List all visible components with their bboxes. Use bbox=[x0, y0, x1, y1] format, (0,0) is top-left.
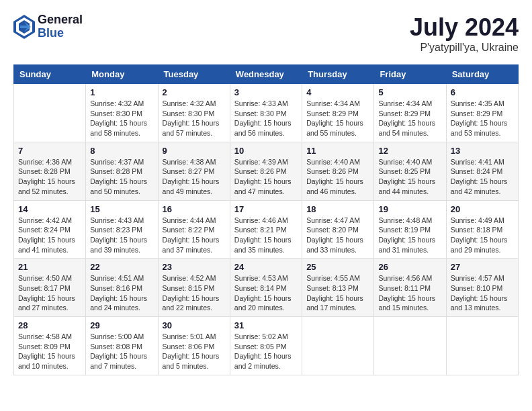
logo-blue: Blue bbox=[38, 27, 83, 40]
calendar-cell: 7Sunrise: 4:36 AM Sunset: 8:28 PM Daylig… bbox=[14, 142, 86, 200]
day-number: 29 bbox=[90, 320, 153, 330]
day-info: Sunrise: 4:42 AM Sunset: 8:24 PM Dayligh… bbox=[18, 216, 81, 255]
day-number: 5 bbox=[378, 87, 441, 97]
day-info: Sunrise: 4:34 AM Sunset: 8:29 PM Dayligh… bbox=[378, 99, 441, 138]
day-info: Sunrise: 4:36 AM Sunset: 8:28 PM Dayligh… bbox=[18, 157, 81, 197]
calendar-cell: 13Sunrise: 4:41 AM Sunset: 8:24 PM Dayli… bbox=[446, 142, 518, 200]
calendar-cell: 11Sunrise: 4:40 AM Sunset: 8:26 PM Dayli… bbox=[302, 142, 374, 200]
calendar-cell: 28Sunrise: 4:58 AM Sunset: 8:09 PM Dayli… bbox=[14, 317, 86, 375]
day-info: Sunrise: 4:34 AM Sunset: 8:29 PM Dayligh… bbox=[306, 99, 369, 138]
day-info: Sunrise: 5:00 AM Sunset: 8:08 PM Dayligh… bbox=[90, 332, 153, 371]
calendar-header-monday: Monday bbox=[86, 65, 158, 84]
day-info: Sunrise: 4:32 AM Sunset: 8:30 PM Dayligh… bbox=[90, 99, 153, 138]
day-number: 12 bbox=[378, 146, 441, 156]
calendar-cell: 26Sunrise: 4:56 AM Sunset: 8:11 PM Dayli… bbox=[374, 259, 446, 317]
day-info: Sunrise: 4:40 AM Sunset: 8:25 PM Dayligh… bbox=[378, 157, 441, 197]
day-info: Sunrise: 4:49 AM Sunset: 8:18 PM Dayligh… bbox=[451, 216, 514, 255]
calendar-cell: 17Sunrise: 4:46 AM Sunset: 8:21 PM Dayli… bbox=[230, 200, 302, 259]
day-number: 9 bbox=[163, 146, 226, 156]
day-info: Sunrise: 4:53 AM Sunset: 8:14 PM Dayligh… bbox=[234, 273, 298, 313]
calendar-cell: 23Sunrise: 4:52 AM Sunset: 8:15 PM Dayli… bbox=[158, 259, 230, 317]
calendar-header-friday: Friday bbox=[374, 65, 446, 84]
day-number: 21 bbox=[18, 262, 81, 272]
calendar-week-row: 7Sunrise: 4:36 AM Sunset: 8:28 PM Daylig… bbox=[14, 142, 519, 200]
calendar-header-wednesday: Wednesday bbox=[230, 65, 302, 84]
calendar-header-thursday: Thursday bbox=[302, 65, 374, 84]
subtitle: P'yatypill'ya, Ukraine bbox=[410, 42, 519, 54]
calendar-header-row: SundayMondayTuesdayWednesdayThursdayFrid… bbox=[14, 65, 519, 84]
calendar-cell: 14Sunrise: 4:42 AM Sunset: 8:24 PM Dayli… bbox=[14, 200, 86, 259]
day-number: 8 bbox=[90, 146, 153, 156]
calendar-cell: 22Sunrise: 4:51 AM Sunset: 8:16 PM Dayli… bbox=[86, 259, 158, 317]
day-info: Sunrise: 4:33 AM Sunset: 8:30 PM Dayligh… bbox=[234, 99, 298, 138]
day-info: Sunrise: 4:32 AM Sunset: 8:30 PM Dayligh… bbox=[163, 99, 226, 138]
day-number: 6 bbox=[451, 87, 514, 97]
calendar-header-saturday: Saturday bbox=[446, 65, 518, 84]
calendar-cell: 31Sunrise: 5:02 AM Sunset: 8:05 PM Dayli… bbox=[230, 317, 302, 375]
day-number: 23 bbox=[163, 262, 226, 272]
main-title: July 2024 bbox=[410, 13, 519, 42]
day-info: Sunrise: 4:39 AM Sunset: 8:26 PM Dayligh… bbox=[234, 157, 298, 197]
calendar-table: SundayMondayTuesdayWednesdayThursdayFrid… bbox=[13, 64, 519, 375]
day-number: 19 bbox=[378, 204, 441, 214]
day-info: Sunrise: 4:43 AM Sunset: 8:23 PM Dayligh… bbox=[90, 216, 153, 255]
day-number: 26 bbox=[378, 262, 441, 272]
calendar-cell: 21Sunrise: 4:50 AM Sunset: 8:17 PM Dayli… bbox=[14, 259, 86, 317]
day-number: 31 bbox=[234, 320, 298, 330]
calendar-week-row: 21Sunrise: 4:50 AM Sunset: 8:17 PM Dayli… bbox=[14, 259, 519, 317]
day-number: 24 bbox=[234, 262, 298, 272]
calendar-cell: 6Sunrise: 4:35 AM Sunset: 8:29 PM Daylig… bbox=[446, 84, 518, 142]
day-number: 18 bbox=[306, 204, 369, 214]
day-info: Sunrise: 4:51 AM Sunset: 8:16 PM Dayligh… bbox=[90, 273, 153, 313]
day-number: 20 bbox=[451, 204, 514, 214]
calendar-cell: 2Sunrise: 4:32 AM Sunset: 8:30 PM Daylig… bbox=[158, 84, 230, 142]
day-number: 25 bbox=[306, 262, 369, 272]
day-info: Sunrise: 4:41 AM Sunset: 8:24 PM Dayligh… bbox=[451, 157, 514, 197]
calendar-cell: 3Sunrise: 4:33 AM Sunset: 8:30 PM Daylig… bbox=[230, 84, 302, 142]
day-number: 13 bbox=[451, 146, 514, 156]
day-number: 11 bbox=[306, 146, 369, 156]
calendar-cell bbox=[446, 317, 518, 375]
day-info: Sunrise: 5:02 AM Sunset: 8:05 PM Dayligh… bbox=[234, 332, 298, 371]
day-number: 28 bbox=[18, 320, 81, 330]
title-section: July 2024 P'yatypill'ya, Ukraine bbox=[410, 13, 519, 54]
day-number: 16 bbox=[163, 204, 226, 214]
calendar-header-sunday: Sunday bbox=[14, 65, 86, 84]
day-number: 27 bbox=[451, 262, 514, 272]
day-number: 22 bbox=[90, 262, 153, 272]
calendar-header-tuesday: Tuesday bbox=[158, 65, 230, 84]
day-number: 14 bbox=[18, 204, 81, 214]
calendar-cell: 1Sunrise: 4:32 AM Sunset: 8:30 PM Daylig… bbox=[86, 84, 158, 142]
day-info: Sunrise: 4:47 AM Sunset: 8:20 PM Dayligh… bbox=[306, 216, 369, 255]
calendar-cell: 8Sunrise: 4:37 AM Sunset: 8:28 PM Daylig… bbox=[86, 142, 158, 200]
logo: General Blue bbox=[13, 13, 83, 40]
calendar-cell: 19Sunrise: 4:48 AM Sunset: 8:19 PM Dayli… bbox=[374, 200, 446, 259]
calendar-cell bbox=[14, 84, 86, 142]
calendar-week-row: 14Sunrise: 4:42 AM Sunset: 8:24 PM Dayli… bbox=[14, 200, 519, 259]
logo-icon bbox=[13, 15, 35, 39]
calendar-cell: 12Sunrise: 4:40 AM Sunset: 8:25 PM Dayli… bbox=[374, 142, 446, 200]
day-number: 17 bbox=[234, 204, 298, 214]
calendar-cell: 9Sunrise: 4:38 AM Sunset: 8:27 PM Daylig… bbox=[158, 142, 230, 200]
day-info: Sunrise: 4:46 AM Sunset: 8:21 PM Dayligh… bbox=[234, 216, 298, 255]
calendar-cell: 16Sunrise: 4:44 AM Sunset: 8:22 PM Dayli… bbox=[158, 200, 230, 259]
calendar-cell: 20Sunrise: 4:49 AM Sunset: 8:18 PM Dayli… bbox=[446, 200, 518, 259]
calendar-cell: 15Sunrise: 4:43 AM Sunset: 8:23 PM Dayli… bbox=[86, 200, 158, 259]
day-number: 1 bbox=[90, 87, 153, 97]
day-info: Sunrise: 4:44 AM Sunset: 8:22 PM Dayligh… bbox=[163, 216, 226, 255]
calendar-cell: 30Sunrise: 5:01 AM Sunset: 8:06 PM Dayli… bbox=[158, 317, 230, 375]
calendar-cell: 25Sunrise: 4:55 AM Sunset: 8:13 PM Dayli… bbox=[302, 259, 374, 317]
day-info: Sunrise: 5:01 AM Sunset: 8:06 PM Dayligh… bbox=[163, 332, 226, 371]
calendar-week-row: 28Sunrise: 4:58 AM Sunset: 8:09 PM Dayli… bbox=[14, 317, 519, 375]
logo-text: General Blue bbox=[38, 13, 83, 40]
page-header: General Blue July 2024 P'yatypill'ya, Uk… bbox=[13, 13, 519, 54]
day-info: Sunrise: 4:35 AM Sunset: 8:29 PM Dayligh… bbox=[451, 99, 514, 138]
day-info: Sunrise: 4:56 AM Sunset: 8:11 PM Dayligh… bbox=[378, 273, 441, 313]
day-info: Sunrise: 4:58 AM Sunset: 8:09 PM Dayligh… bbox=[18, 332, 81, 371]
day-info: Sunrise: 4:40 AM Sunset: 8:26 PM Dayligh… bbox=[306, 157, 369, 197]
calendar-cell: 4Sunrise: 4:34 AM Sunset: 8:29 PM Daylig… bbox=[302, 84, 374, 142]
logo-general: General bbox=[38, 13, 83, 27]
calendar-cell: 5Sunrise: 4:34 AM Sunset: 8:29 PM Daylig… bbox=[374, 84, 446, 142]
calendar-cell bbox=[374, 317, 446, 375]
day-info: Sunrise: 4:50 AM Sunset: 8:17 PM Dayligh… bbox=[18, 273, 81, 313]
